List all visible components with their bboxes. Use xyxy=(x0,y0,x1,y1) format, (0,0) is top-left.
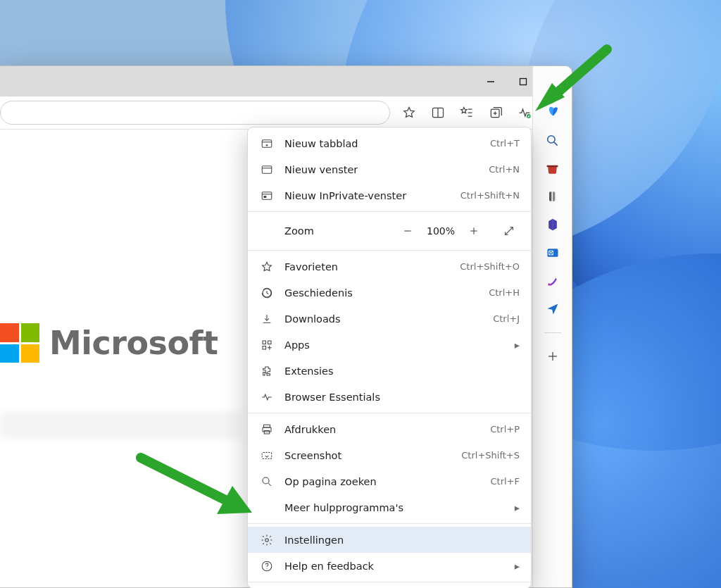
submenu-arrow-icon: ▸ xyxy=(515,561,520,572)
menu-label: Geschiedenis xyxy=(284,287,489,299)
svg-rect-44 xyxy=(264,425,270,427)
menu-more-tools[interactable]: Meer hulpprogramma's ▸ xyxy=(248,494,531,520)
blurred-content xyxy=(0,411,241,439)
svg-rect-47 xyxy=(262,452,272,458)
send-icon[interactable] xyxy=(545,301,560,317)
menu-label: Favorieten xyxy=(284,261,460,273)
svg-rect-33 xyxy=(264,196,267,198)
svg-line-17 xyxy=(554,142,558,145)
office-icon[interactable] xyxy=(545,217,560,232)
menu-history[interactable]: Geschiedenis Ctrl+H xyxy=(248,280,531,306)
menu-label: Nieuw InPrivate-venster xyxy=(284,190,460,201)
shopping-icon[interactable] xyxy=(545,161,560,176)
browser-toolbar xyxy=(0,96,572,130)
microsoft-logo: Microsoft xyxy=(0,323,218,363)
copilot-icon[interactable] xyxy=(545,104,560,120)
zoom-label: Zoom xyxy=(284,225,390,237)
svg-rect-40 xyxy=(268,341,272,344)
find-icon xyxy=(259,474,275,489)
zoom-out-button[interactable] xyxy=(397,220,418,242)
svg-rect-46 xyxy=(264,430,270,434)
collections-button[interactable] xyxy=(482,100,510,125)
blank-icon xyxy=(259,500,275,515)
menu-separator xyxy=(248,211,531,212)
inprivate-icon xyxy=(259,188,275,204)
menu-settings[interactable]: Instellingen xyxy=(248,527,531,553)
menu-separator xyxy=(248,250,531,251)
history-icon xyxy=(259,285,275,301)
sidebar-separator xyxy=(544,332,561,333)
menu-separator xyxy=(248,582,531,582)
sidebar-add-button[interactable] xyxy=(545,349,560,364)
new-window-icon xyxy=(259,162,275,177)
menu-help[interactable]: Help en feedback ▸ xyxy=(248,553,531,579)
svg-rect-1 xyxy=(520,78,527,85)
help-icon xyxy=(259,558,275,574)
games-icon[interactable] xyxy=(545,189,560,204)
menu-shortcut: Ctrl+N xyxy=(489,164,520,175)
search-icon[interactable] xyxy=(545,132,560,148)
svg-point-48 xyxy=(263,477,269,484)
address-bar[interactable] xyxy=(0,101,390,125)
menu-label: Extensies xyxy=(284,365,520,377)
new-tab-icon xyxy=(259,136,275,151)
svg-point-50 xyxy=(265,538,269,542)
menu-favorites[interactable]: Favorieten Ctrl+Shift+O xyxy=(248,254,531,280)
menu-new-inprivate[interactable]: Nieuw InPrivate-venster Ctrl+Shift+N xyxy=(248,182,531,208)
window-titlebar xyxy=(0,66,572,96)
menu-downloads[interactable]: Downloads Ctrl+J xyxy=(248,306,531,332)
svg-rect-29 xyxy=(262,165,272,173)
menu-shortcut: Ctrl+Shift+O xyxy=(460,261,520,272)
menu-shortcut: Ctrl+J xyxy=(493,313,520,324)
split-screen-button[interactable] xyxy=(424,100,452,125)
star-icon xyxy=(259,259,275,275)
menu-label: Apps xyxy=(284,339,515,351)
menu-shortcut: Ctrl+P xyxy=(490,424,520,434)
menu-label: Browser Essentials xyxy=(284,392,520,403)
menu-separator xyxy=(248,413,531,413)
menu-label: Nieuw tabblad xyxy=(284,138,490,149)
submenu-arrow-icon: ▸ xyxy=(515,502,520,513)
fullscreen-button[interactable] xyxy=(499,220,520,242)
menu-shortcut: Ctrl+Shift+N xyxy=(460,190,520,201)
favorites-list-button[interactable] xyxy=(453,100,481,125)
menu-essentials[interactable]: Browser Essentials xyxy=(248,384,531,410)
download-icon xyxy=(259,311,275,327)
outlook-icon[interactable] xyxy=(545,245,560,261)
favorite-star-button[interactable] xyxy=(395,100,423,125)
print-icon xyxy=(259,422,275,437)
menu-shortcut: Ctrl+H xyxy=(489,287,520,298)
zoom-in-button[interactable] xyxy=(463,220,484,242)
menu-label: Screenshot xyxy=(284,450,461,461)
edge-sidebar xyxy=(532,66,572,587)
menu-apps[interactable]: Apps ▸ xyxy=(248,332,531,358)
microsoft-wordmark: Microsoft xyxy=(49,324,218,362)
gear-icon xyxy=(259,532,275,548)
window-minimize-button[interactable] xyxy=(475,66,507,96)
menu-label: Nieuw venster xyxy=(284,164,489,175)
menu-screenshot[interactable]: Screenshot Ctrl+Shift+S xyxy=(248,442,531,468)
menu-new-window[interactable]: Nieuw venster Ctrl+N xyxy=(248,156,531,182)
menu-label: Downloads xyxy=(284,313,493,325)
menu-shortcut: Ctrl+F xyxy=(490,476,520,487)
menu-shortcut: Ctrl+T xyxy=(490,138,520,149)
menu-new-tab[interactable]: Nieuw tabblad Ctrl+T xyxy=(248,130,531,156)
zoom-value: 100% xyxy=(425,225,456,237)
svg-point-52 xyxy=(266,568,267,569)
menu-print[interactable]: Afdrukken Ctrl+P xyxy=(248,416,531,442)
svg-rect-41 xyxy=(263,346,266,349)
screenshot-icon xyxy=(259,448,275,463)
svg-point-16 xyxy=(548,135,555,142)
menu-find[interactable]: Op pagina zoeken Ctrl+F xyxy=(248,468,531,494)
menu-label: Op pagina zoeken xyxy=(284,476,490,487)
svg-point-22 xyxy=(548,283,551,286)
menu-label: Instellingen xyxy=(284,534,520,546)
svg-rect-39 xyxy=(263,341,266,344)
menu-extensions[interactable]: Extensies xyxy=(248,358,531,384)
menu-shortcut: Ctrl+Shift+S xyxy=(461,450,520,461)
menu-zoom-row: Zoom 100% xyxy=(248,215,531,247)
submenu-arrow-icon: ▸ xyxy=(515,339,520,351)
apps-icon xyxy=(259,337,275,353)
menu-label: Afdrukken xyxy=(284,424,490,435)
designer-icon[interactable] xyxy=(545,273,560,289)
